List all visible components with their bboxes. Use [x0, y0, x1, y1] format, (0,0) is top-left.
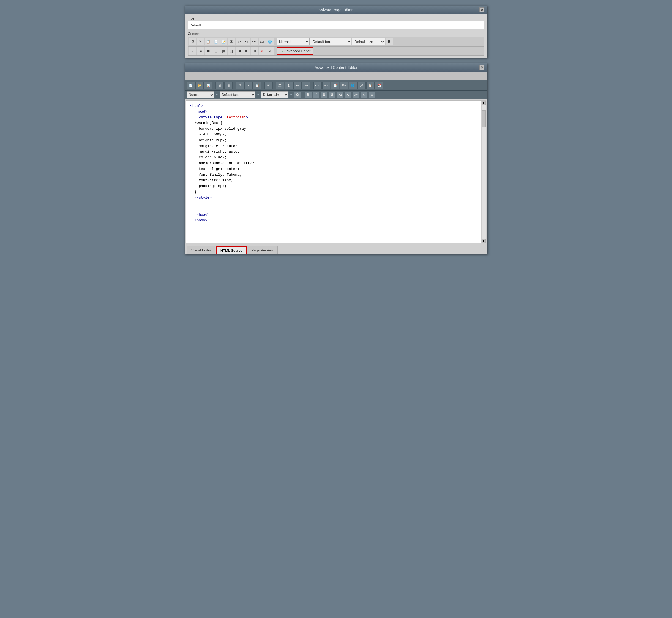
ace-italic-button[interactable]: I: [313, 91, 320, 98]
italic-button[interactable]: I: [189, 47, 196, 55]
scrollbar-thumb[interactable]: [482, 110, 486, 127]
undo2-icon[interactable]: ↩: [293, 82, 302, 89]
tab-html-source[interactable]: HTML Source: [216, 246, 247, 254]
code-line: margin-right: auto;: [190, 149, 478, 155]
ace-grow-button[interactable]: A+: [353, 91, 360, 98]
image2-icon[interactable]: 🖼: [276, 82, 284, 89]
ace-sep1: [214, 82, 214, 89]
outdent-icon[interactable]: ⇤: [243, 47, 250, 55]
spellcheck3-icon[interactable]: 📑: [331, 82, 339, 89]
wizard-close-button[interactable]: ✕: [480, 7, 484, 12]
size-select[interactable]: Default size: [352, 38, 385, 45]
paste-icon[interactable]: 📋: [205, 38, 212, 45]
excel-icon[interactable]: 📊: [204, 82, 213, 89]
paste-word-icon[interactable]: 📝: [220, 38, 227, 45]
ace-underline-button[interactable]: U: [320, 91, 328, 98]
print-icon[interactable]: 🖨: [216, 82, 224, 89]
style-select[interactable]: Normal: [277, 38, 309, 45]
new-doc-icon[interactable]: 📄: [186, 82, 195, 89]
align-right-icon[interactable]: ⊟: [213, 47, 220, 55]
wizard-body: Title Content ⧉ ✂ 📋 📄 📝 Σ ↩ ↪ ABC abc 🌐 …: [185, 14, 487, 58]
spellcheck-icon[interactable]: ABC: [313, 82, 322, 89]
bold-button[interactable]: B: [386, 38, 393, 45]
toolbar-sep1: [275, 38, 275, 44]
code-content[interactable]: <html> <head> <style type="text/css"> #w…: [186, 101, 481, 243]
highlight-icon[interactable]: A: [259, 47, 266, 55]
ace-strike-button[interactable]: S: [328, 91, 336, 98]
code-line: <html>: [190, 103, 478, 109]
open-icon[interactable]: 📂: [195, 82, 204, 89]
cut2-icon[interactable]: ✂: [244, 82, 253, 89]
ace-shrink-button[interactable]: A-: [361, 91, 368, 98]
undo-icon[interactable]: ↩: [236, 38, 243, 45]
ace-toolbar1: 📄 📂 📊 🖨 🖨 ⧉ ✂ 📋 ✉ 🖼 Σ ↩ ↪ ABC abc 📑 Ba 🌐…: [185, 80, 487, 91]
omega-button[interactable]: Ω: [294, 91, 301, 98]
scroll-down-arrow[interactable]: ▼: [482, 239, 486, 243]
ace-sep4: [274, 82, 274, 89]
template-icon[interactable]: 📋: [366, 82, 375, 89]
cut-icon[interactable]: ✂: [197, 38, 204, 45]
globe2-icon[interactable]: 🌐: [349, 82, 357, 89]
ace-sep5: [312, 82, 312, 89]
wizard-titlebar: Wizard Page Editor ✕: [185, 6, 487, 14]
advanced-editor-button[interactable]: ↪ Advanced Editor: [277, 47, 313, 55]
globe-icon[interactable]: 🌐: [266, 38, 274, 45]
ace-sup-button[interactable]: X2: [345, 91, 352, 98]
spell-check-icon[interactable]: ABC: [251, 38, 258, 45]
abc-icon[interactable]: abc: [322, 82, 330, 89]
indent-icon[interactable]: ⇥: [236, 47, 243, 55]
copy2-icon[interactable]: ⧉: [236, 82, 244, 89]
ace-size-select[interactable]: Default size: [261, 91, 288, 98]
code-line: border: 1px solid gray;: [190, 126, 478, 132]
redo2-icon[interactable]: ↪: [302, 82, 310, 89]
ace-font-select[interactable]: Default font: [220, 91, 255, 98]
ace-top-bar: [185, 72, 487, 80]
calendar-icon[interactable]: 📅: [375, 82, 383, 89]
ace-style-select[interactable]: Normal: [186, 91, 214, 98]
align-left-icon[interactable]: ≡: [197, 47, 204, 55]
code-line: #warningBox {: [190, 120, 478, 126]
title-input[interactable]: [188, 21, 484, 29]
tab-page-preview[interactable]: Page Preview: [247, 246, 277, 254]
ace-title: Advanced Content Editor: [192, 65, 480, 70]
paste2-icon[interactable]: 📋: [253, 82, 261, 89]
ace-bold-button[interactable]: B: [305, 91, 312, 98]
ace-close-button[interactable]: ✕: [480, 65, 484, 70]
tab-visual-editor[interactable]: Visual Editor: [187, 246, 216, 254]
ace-sub-button[interactable]: X2: [337, 91, 344, 98]
code-line: <style type="text/css">: [190, 115, 478, 121]
code-line: height: 20px;: [190, 138, 478, 143]
scrollbar[interactable]: ▲ ▼: [481, 101, 486, 243]
ace-sep2: [234, 82, 234, 89]
print2-icon[interactable]: 🖨: [224, 82, 233, 89]
align-center-icon[interactable]: ≣: [205, 47, 212, 55]
copy-icon[interactable]: ⧉: [189, 38, 196, 45]
wizard-toolbar-row1: ⧉ ✂ 📋 📄 📝 Σ ↩ ↪ ABC abc 🌐 Normal Default…: [188, 37, 484, 46]
columns-icon[interactable]: ▥: [228, 47, 235, 55]
bullet-list-icon[interactable]: •≡: [251, 47, 258, 55]
font-select[interactable]: Default font: [310, 38, 352, 45]
code-line: width: 500px;: [190, 132, 478, 138]
code-line: [190, 201, 478, 207]
code-line: font-family: Tahoma;: [190, 172, 478, 178]
code-line: </style>: [190, 195, 478, 201]
ace-extra-button[interactable]: ≡: [369, 91, 376, 98]
sum2-icon[interactable]: Σ: [285, 82, 293, 89]
mail-icon[interactable]: ✉: [264, 82, 273, 89]
code-editor-area: <html> <head> <style type="text/css"> #w…: [186, 100, 486, 243]
code-line: padding: 8px;: [190, 183, 478, 189]
paste-special-icon[interactable]: 📄: [213, 38, 220, 45]
redo-icon[interactable]: ↪: [243, 38, 250, 45]
toolbar-sep2: [275, 48, 275, 54]
justify-icon[interactable]: ▤: [220, 47, 227, 55]
brush-icon[interactable]: 🖌: [358, 82, 366, 89]
scroll-up-arrow[interactable]: ▲: [482, 101, 486, 105]
sum-icon[interactable]: Σ: [228, 38, 235, 45]
ace-body: 📄 📂 📊 🖨 🖨 ⧉ ✂ 📋 ✉ 🖼 Σ ↩ ↪ ABC abc 📑 Ba 🌐…: [185, 72, 487, 254]
spell-check2-icon[interactable]: abc: [259, 38, 266, 45]
ba-icon[interactable]: Ba: [340, 82, 348, 89]
ace-sep6: [303, 91, 303, 98]
title-label: Title: [188, 16, 484, 20]
image-icon[interactable]: 🖼: [266, 47, 274, 55]
ace-toolbar2: Normal ▼ Default font ▼ Default size ▼ Ω…: [185, 91, 487, 99]
